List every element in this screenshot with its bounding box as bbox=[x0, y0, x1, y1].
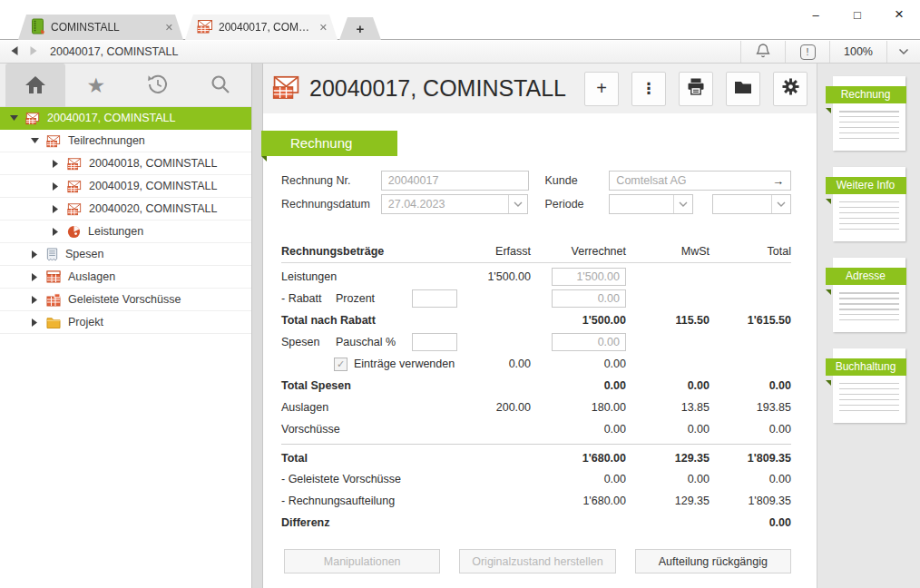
aufteilung-rueckgaengig-button[interactable]: Aufteilung rückgängig bbox=[635, 549, 791, 573]
new-tab-button[interactable]: + bbox=[339, 17, 381, 40]
back-icon[interactable] bbox=[9, 45, 19, 59]
forward-icon[interactable] bbox=[29, 45, 39, 59]
table-row: ✓Einträge verwenden0.000.00 bbox=[281, 353, 791, 375]
table-row: - Geleistete Vorschüsse0.000.000.00 bbox=[281, 468, 791, 490]
maximize-button[interactable]: □ bbox=[837, 0, 878, 29]
expand-icon[interactable] bbox=[51, 182, 60, 191]
tree-item-label: 20040019, COMINSTALL bbox=[89, 180, 218, 192]
more-options-button[interactable]: ⋮ bbox=[631, 72, 666, 106]
action-buttons: Manipulationen Originalzustand herstelle… bbox=[284, 549, 791, 573]
manipulationen-button[interactable]: Manipulationen bbox=[284, 549, 440, 573]
tree-item[interactable]: Geleistete Vorschüsse bbox=[0, 289, 251, 311]
eintraege-verwenden-checkbox[interactable]: ✓ bbox=[334, 358, 347, 371]
originalzustand-button[interactable]: Originalzustand herstellen bbox=[459, 549, 615, 573]
minimize-button[interactable]: – bbox=[795, 0, 837, 29]
tab-cominstall[interactable]: COMINSTALL ✕ bbox=[18, 15, 183, 40]
kunde-value: Comtelsat AG bbox=[616, 174, 772, 187]
header-total: Total bbox=[710, 245, 791, 258]
table-row: - RabattProzent0.00 bbox=[281, 288, 791, 309]
rechnung-nr-input[interactable]: 20040017 bbox=[381, 171, 529, 191]
alert-icon: ! bbox=[800, 44, 816, 60]
mwst-value: 129.35 bbox=[626, 452, 710, 465]
expand-icon[interactable] bbox=[30, 273, 39, 281]
header-mwst: MwSt bbox=[626, 245, 710, 258]
add-button[interactable]: + bbox=[584, 72, 619, 106]
tree-item[interactable]: Auslagen bbox=[0, 266, 251, 289]
chevron-down-icon[interactable] bbox=[771, 195, 790, 213]
rechnungsdatum-input[interactable]: 27.04.2023 bbox=[381, 194, 529, 214]
expand-icon[interactable] bbox=[30, 318, 39, 327]
thumbnail-label: Weitere Info bbox=[826, 177, 906, 194]
row-label-cell: Total bbox=[281, 452, 408, 465]
tree-item[interactable]: 20040017, COMINSTALL bbox=[0, 107, 251, 130]
tree-item[interactable]: Leistungen bbox=[0, 220, 251, 243]
expand-icon[interactable] bbox=[30, 296, 39, 304]
expand-icon[interactable] bbox=[51, 160, 60, 168]
tree-item[interactable]: 20040018, COMINSTALL bbox=[0, 152, 251, 175]
mwst-value: 0.00 bbox=[626, 379, 710, 392]
percent-input[interactable] bbox=[412, 289, 457, 308]
contacts-book-icon bbox=[30, 18, 45, 37]
kunde-input[interactable]: Comtelsat AG → bbox=[609, 171, 791, 191]
thumbnail-rechnung[interactable]: Rechnung bbox=[833, 76, 905, 151]
percent-input[interactable] bbox=[412, 333, 457, 351]
alerts-button[interactable]: ! bbox=[786, 41, 829, 63]
tree-item[interactable]: Teilrechnungen bbox=[0, 130, 251, 152]
home-button[interactable] bbox=[5, 64, 65, 107]
settings-button[interactable] bbox=[773, 72, 807, 106]
rechnungsdatum-value: 27.04.2023 bbox=[382, 198, 509, 211]
tree-item[interactable]: Projekt bbox=[0, 311, 251, 334]
history-button[interactable] bbox=[127, 64, 190, 107]
table-row: SpesenPauschal %0.00 bbox=[281, 331, 791, 353]
thumbnail-adresse[interactable]: Adresse bbox=[833, 258, 905, 332]
close-tab-icon[interactable]: ✕ bbox=[163, 22, 175, 34]
zoom-level[interactable]: 100% bbox=[830, 41, 886, 63]
close-tab-icon[interactable]: ✕ bbox=[318, 22, 329, 34]
open-reference-icon[interactable]: → bbox=[772, 174, 784, 188]
row-label-cell: SpesenPauschal % bbox=[281, 336, 408, 348]
tree-item[interactable]: 20040019, COMINSTALL bbox=[0, 175, 251, 198]
search-button[interactable] bbox=[190, 64, 252, 107]
header-rechnungsbetraege: Rechnungsbeträge bbox=[281, 245, 463, 258]
history-icon bbox=[147, 74, 169, 98]
documents-button[interactable] bbox=[726, 72, 760, 106]
section-tab-rechnung[interactable]: Rechnung bbox=[261, 131, 397, 156]
table-row: Auslagen200.00180.0013.85193.85 bbox=[281, 397, 791, 418]
favorites-button[interactable]: ★ bbox=[65, 64, 128, 107]
mwst-value: 13.85 bbox=[626, 401, 710, 414]
verrechnet-input[interactable]: 1'500.00 bbox=[552, 268, 626, 286]
periode-von-select[interactable] bbox=[609, 194, 693, 214]
verrechnet-input[interactable]: 0.00 bbox=[552, 289, 626, 308]
thumbnail-buchhaltung[interactable]: Buchhaltung bbox=[833, 348, 905, 423]
thumbnail-weitere-info[interactable]: Weitere Info bbox=[833, 167, 905, 241]
invoice-icon bbox=[67, 157, 82, 171]
mwst-value: 0.00 bbox=[626, 423, 710, 436]
tab-invoice-20040017[interactable]: 20040017, COMIN... ✕ bbox=[185, 15, 338, 40]
notifications-button[interactable] bbox=[741, 41, 785, 63]
expand-icon[interactable] bbox=[51, 205, 60, 213]
folder-icon bbox=[46, 317, 61, 328]
periode-bis-select[interactable] bbox=[712, 194, 791, 214]
expand-icon[interactable] bbox=[30, 250, 39, 259]
expand-icon[interactable] bbox=[51, 228, 60, 236]
collapse-icon[interactable] bbox=[30, 138, 39, 143]
invoice-form: Rechnung Nr. 20040017 Kunde Comtelsat AG… bbox=[281, 171, 791, 214]
chevron-down-icon[interactable] bbox=[508, 195, 527, 213]
amounts-table: Rechnungsbeträge Erfasst Verrechnet MwSt… bbox=[281, 245, 791, 534]
advances-icon bbox=[46, 293, 61, 307]
tree-item[interactable]: 20040020, COMINSTALL bbox=[0, 198, 251, 220]
print-button[interactable] bbox=[679, 72, 713, 106]
tree-item-label: Teilrechnungen bbox=[68, 134, 145, 147]
close-button[interactable]: × bbox=[878, 0, 920, 29]
table-row: Vorschüsse0.000.000.00 bbox=[281, 418, 791, 440]
verrechnet-input[interactable]: 0.00 bbox=[552, 333, 626, 351]
total-value: 0.00 bbox=[710, 473, 791, 485]
row-label: Differenz bbox=[281, 516, 334, 529]
navigation-bar: 20040017, COMINSTALL ! 100% bbox=[0, 41, 920, 64]
chevron-down-icon[interactable] bbox=[673, 195, 692, 213]
zoom-dropdown[interactable] bbox=[887, 41, 920, 63]
tree-item[interactable]: Spesen bbox=[0, 243, 251, 266]
bell-icon bbox=[756, 43, 770, 61]
collapse-icon[interactable] bbox=[9, 115, 18, 121]
table-row: Total nach Rabatt1'500.00115.501'615.50 bbox=[281, 309, 791, 331]
